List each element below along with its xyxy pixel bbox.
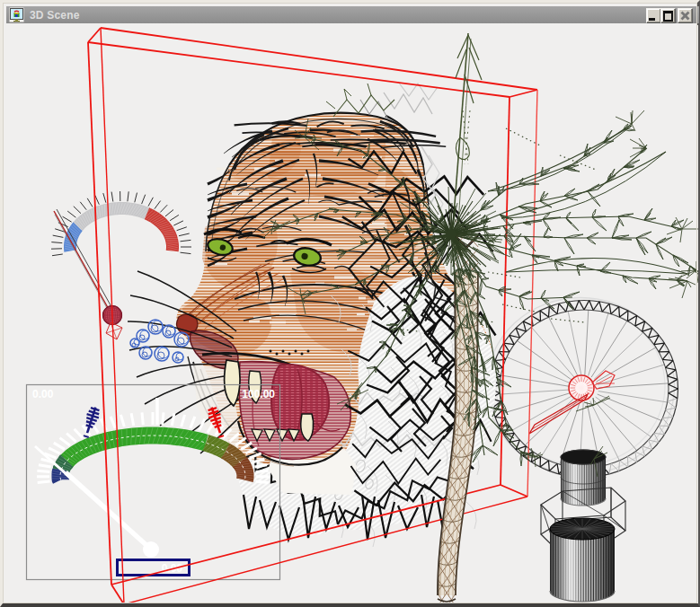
svg-text:100.00: 100.00 <box>242 388 275 400</box>
svg-text:0.00: 0.00 <box>32 388 54 400</box>
